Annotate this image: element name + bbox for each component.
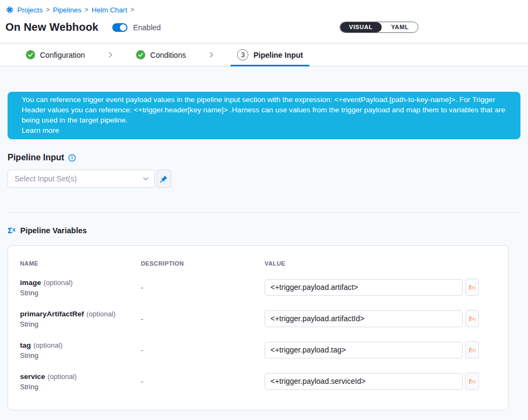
tab-pipeline-input[interactable]: 3 Pipeline Input [231,44,309,66]
enabled-label: Enabled [133,23,160,32]
variable-type: String [20,383,141,391]
variable-name: service [20,372,45,381]
expression-fx-button[interactable]: f(x) [465,341,479,358]
learn-more-link[interactable]: Learn more [22,125,59,136]
pipeline-variables-card: NAME DESCRIPTION VALUE image (optional) … [8,245,509,410]
variable-description: - [141,315,265,323]
pipeline-input-heading: Pipeline Input [8,153,64,162]
column-header-value: VALUE [265,260,497,267]
variable-type: String [20,351,141,360]
variable-optional-tag: (optional) [33,341,63,349]
variable-value-input[interactable] [265,310,463,327]
breadcrumb-separator: > [85,6,89,13]
info-banner: You can reference trigger event payload … [8,92,520,139]
variable-name-cell: service (optional) String [20,371,141,391]
chevron-down-icon [142,175,150,182]
variable-name-cell: image (optional) String [20,277,141,297]
fx-sub: (x) [471,348,476,353]
pin-icon [160,175,168,183]
breadcrumb-separator: > [46,6,50,13]
variable-optional-tag: (optional) [43,279,72,287]
sigma-variables-icon: Σˣ [8,226,16,235]
variable-row: primaryArtifactRef (optional) String - f… [20,303,497,334]
pipeline-variables-section-title: Σˣ Pipeline Variables [8,226,520,235]
chevron-right-icon [207,44,215,66]
title-row: On New Webhook Enabled VISUAL YAML [5,21,520,43]
variable-value-cell: f(x) [265,310,497,327]
variable-name-cell: primaryArtifactRef (optional) String [20,309,141,328]
check-circle-icon [136,50,145,59]
banner-message: You can reference trigger event payload … [22,94,507,125]
tab-configuration[interactable]: Configuration [19,44,91,66]
variable-value-input[interactable] [265,279,463,296]
variable-optional-tag: (optional) [48,372,77,381]
chevron-right-icon [106,44,114,66]
variable-row: image (optional) String - f(x) [20,272,497,303]
variable-row: service (optional) String - f(x) [20,365,497,397]
variable-value-cell: f(x) [265,372,497,390]
pin-button[interactable] [157,170,171,188]
breadcrumb-item-projects[interactable]: Projects [17,6,43,14]
input-set-select-field[interactable] [8,170,155,188]
expression-fx-button[interactable]: f(x) [465,279,479,296]
section-divider [8,212,520,213]
enabled-toggle[interactable] [112,23,127,32]
variable-value-cell: f(x) [265,341,497,358]
tab-label: Conditions [150,51,186,59]
variable-name: tag [20,341,31,349]
input-set-select[interactable] [8,170,155,188]
breadcrumb-item-helm-chart[interactable]: Helm Chart [92,6,127,14]
column-header-name: NAME [20,260,141,267]
fx-sub: (x) [471,316,476,321]
variable-name: image [20,279,41,287]
breadcrumb-separator: > [131,6,134,13]
variable-row: tag (optional) String - f(x) [20,334,497,365]
variable-description: - [141,283,265,292]
variable-value-input[interactable] [265,342,463,358]
variable-description: - [141,377,265,385]
variable-type: String [20,289,141,297]
pipeline-input-section-title: Pipeline Input [8,153,520,162]
yaml-tab-button[interactable]: YAML [382,22,418,32]
breadcrumb: Projects > Pipelines > Helm Chart > [5,5,520,14]
page-title: On New Webhook [5,21,98,33]
tab-conditions[interactable]: Conditions [130,44,192,66]
fx-sub: (x) [471,285,476,290]
variable-type: String [20,320,141,328]
tab-label: Pipeline Input [253,51,303,59]
pipeline-variables-heading: Pipeline Variables [21,226,87,235]
variable-name: primaryArtifactRef [20,310,84,318]
page-header: Projects > Pipelines > Helm Chart > On N… [0,0,528,43]
check-circle-icon [26,50,35,59]
variable-value-cell: f(x) [265,279,497,296]
expression-fx-button[interactable]: f(x) [465,372,479,390]
breadcrumb-item-pipelines[interactable]: Pipelines [53,6,82,14]
variable-optional-tag: (optional) [86,310,116,318]
visual-tab-button[interactable]: VISUAL [340,22,382,32]
project-icon [5,5,14,14]
column-header-description: DESCRIPTION [141,260,265,267]
trigger-wizard-page: Projects > Pipelines > Helm Chart > On N… [0,0,528,420]
fx-sub: (x) [471,379,476,384]
step-number-badge: 3 [237,49,248,60]
expression-fx-button[interactable]: f(x) [465,310,479,327]
toggle-knob [120,24,126,31]
tab-label: Configuration [40,51,85,59]
wizard-tabbar: Configuration Conditions 3 Pipeline Inpu… [0,43,528,66]
input-set-row [8,170,520,188]
variable-name-cell: tag (optional) String [20,340,141,360]
variables-table-header: NAME DESCRIPTION VALUE [20,260,497,267]
visual-yaml-switch: VISUAL YAML [340,22,419,33]
info-icon[interactable] [68,154,76,162]
variable-value-input[interactable] [265,373,463,390]
main-content: You can reference trigger event payload … [0,66,528,420]
variable-description: - [141,346,265,354]
